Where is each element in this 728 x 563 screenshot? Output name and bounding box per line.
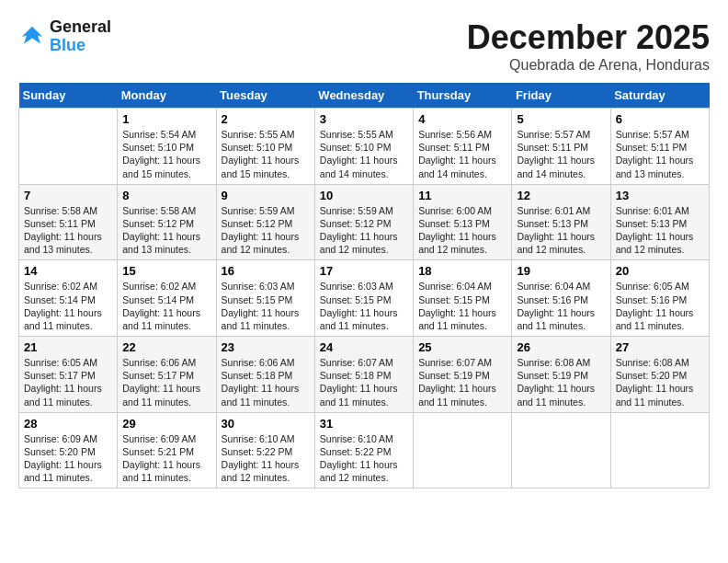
calendar-cell: 7Sunrise: 5:58 AM Sunset: 5:11 PM Daylig…: [19, 184, 118, 260]
day-number: 15: [122, 264, 210, 278]
calendar-cell: [610, 412, 709, 488]
calendar-cell: 5Sunrise: 5:57 AM Sunset: 5:11 PM Daylig…: [512, 109, 610, 185]
day-info: Sunrise: 6:02 AM Sunset: 5:14 PM Dayligh…: [122, 280, 210, 332]
day-info: Sunrise: 5:54 AM Sunset: 5:10 PM Dayligh…: [122, 128, 210, 180]
day-info: Sunrise: 5:55 AM Sunset: 5:10 PM Dayligh…: [320, 128, 408, 180]
day-number: 4: [418, 112, 506, 126]
weekday-header: Thursday: [414, 83, 512, 109]
day-number: 25: [418, 340, 506, 354]
calendar-table: SundayMondayTuesdayWednesdayThursdayFrid…: [18, 83, 710, 488]
logo-icon: [18, 23, 46, 51]
day-number: 27: [616, 340, 704, 354]
day-number: 10: [320, 189, 408, 202]
calendar-cell: 13Sunrise: 6:01 AM Sunset: 5:13 PM Dayli…: [610, 184, 709, 260]
day-info: Sunrise: 6:08 AM Sunset: 5:19 PM Dayligh…: [517, 356, 605, 408]
weekday-header: Monday: [118, 83, 216, 109]
weekday-header: Sunday: [19, 83, 118, 109]
day-number: 16: [222, 264, 310, 278]
day-info: Sunrise: 6:10 AM Sunset: 5:22 PM Dayligh…: [320, 432, 408, 485]
calendar-cell: 22Sunrise: 6:06 AM Sunset: 5:17 PM Dayli…: [118, 337, 216, 413]
day-info: Sunrise: 6:07 AM Sunset: 5:19 PM Dayligh…: [418, 356, 506, 408]
day-number: 9: [222, 189, 310, 202]
calendar-cell: 27Sunrise: 6:08 AM Sunset: 5:20 PM Dayli…: [610, 337, 709, 413]
day-info: Sunrise: 6:03 AM Sunset: 5:15 PM Dayligh…: [222, 280, 310, 332]
location-subtitle: Quebrada de Arena, Honduras: [467, 57, 710, 74]
day-number: 3: [320, 112, 408, 126]
day-number: 30: [222, 417, 310, 431]
day-number: 11: [418, 189, 506, 202]
calendar-cell: 31Sunrise: 6:10 AM Sunset: 5:22 PM Dayli…: [314, 412, 413, 488]
calendar-cell: 17Sunrise: 6:03 AM Sunset: 5:15 PM Dayli…: [314, 260, 413, 337]
day-number: 8: [122, 189, 210, 202]
logo: General Blue: [18, 18, 111, 55]
day-info: Sunrise: 6:04 AM Sunset: 5:16 PM Dayligh…: [517, 280, 605, 332]
day-number: 29: [122, 417, 210, 431]
day-number: 5: [517, 112, 605, 126]
calendar-cell: 21Sunrise: 6:05 AM Sunset: 5:17 PM Dayli…: [19, 337, 118, 413]
weekday-header: Wednesday: [314, 83, 413, 109]
day-info: Sunrise: 5:58 AM Sunset: 5:11 PM Dayligh…: [24, 204, 112, 257]
calendar-cell: [512, 412, 610, 488]
calendar-cell: 20Sunrise: 6:05 AM Sunset: 5:16 PM Dayli…: [610, 260, 709, 337]
day-number: 7: [24, 189, 112, 202]
calendar-cell: 11Sunrise: 6:00 AM Sunset: 5:13 PM Dayli…: [414, 184, 512, 260]
calendar-week-row: 28Sunrise: 6:09 AM Sunset: 5:20 PM Dayli…: [19, 412, 710, 488]
calendar-cell: 16Sunrise: 6:03 AM Sunset: 5:15 PM Dayli…: [216, 260, 314, 337]
calendar-cell: 23Sunrise: 6:06 AM Sunset: 5:18 PM Dayli…: [216, 337, 314, 413]
day-info: Sunrise: 6:09 AM Sunset: 5:21 PM Dayligh…: [122, 432, 210, 485]
calendar-cell: 12Sunrise: 6:01 AM Sunset: 5:13 PM Dayli…: [512, 184, 610, 260]
calendar-cell: 30Sunrise: 6:10 AM Sunset: 5:22 PM Dayli…: [216, 412, 314, 488]
day-info: Sunrise: 5:59 AM Sunset: 5:12 PM Dayligh…: [222, 204, 310, 257]
calendar-cell: 4Sunrise: 5:56 AM Sunset: 5:11 PM Daylig…: [414, 109, 512, 185]
day-info: Sunrise: 6:06 AM Sunset: 5:18 PM Dayligh…: [222, 356, 310, 408]
calendar-cell: 18Sunrise: 6:04 AM Sunset: 5:15 PM Dayli…: [414, 260, 512, 337]
calendar-week-row: 21Sunrise: 6:05 AM Sunset: 5:17 PM Dayli…: [19, 337, 710, 413]
day-info: Sunrise: 5:57 AM Sunset: 5:11 PM Dayligh…: [517, 128, 605, 180]
calendar-cell: 8Sunrise: 5:58 AM Sunset: 5:12 PM Daylig…: [118, 184, 216, 260]
calendar-cell: 10Sunrise: 5:59 AM Sunset: 5:12 PM Dayli…: [314, 184, 413, 260]
calendar-cell: 9Sunrise: 5:59 AM Sunset: 5:12 PM Daylig…: [216, 184, 314, 260]
calendar-cell: 24Sunrise: 6:07 AM Sunset: 5:18 PM Dayli…: [314, 337, 413, 413]
day-info: Sunrise: 6:00 AM Sunset: 5:13 PM Dayligh…: [418, 204, 506, 257]
day-info: Sunrise: 5:55 AM Sunset: 5:10 PM Dayligh…: [222, 128, 310, 180]
calendar-cell: 14Sunrise: 6:02 AM Sunset: 5:14 PM Dayli…: [19, 260, 118, 337]
day-number: 24: [320, 340, 408, 354]
day-number: 2: [222, 112, 310, 126]
calendar-cell: 25Sunrise: 6:07 AM Sunset: 5:19 PM Dayli…: [414, 337, 512, 413]
calendar-cell: 28Sunrise: 6:09 AM Sunset: 5:20 PM Dayli…: [19, 412, 118, 488]
calendar-cell: [19, 109, 118, 185]
calendar-cell: [414, 412, 512, 488]
day-number: 22: [122, 340, 210, 354]
calendar-cell: 19Sunrise: 6:04 AM Sunset: 5:16 PM Dayli…: [512, 260, 610, 337]
day-info: Sunrise: 6:09 AM Sunset: 5:20 PM Dayligh…: [24, 432, 112, 485]
day-info: Sunrise: 5:56 AM Sunset: 5:11 PM Dayligh…: [418, 128, 506, 180]
day-number: 21: [24, 340, 112, 354]
day-info: Sunrise: 6:08 AM Sunset: 5:20 PM Dayligh…: [616, 356, 704, 408]
svg-marker-0: [22, 27, 43, 44]
calendar-week-row: 7Sunrise: 5:58 AM Sunset: 5:11 PM Daylig…: [19, 184, 710, 260]
day-number: 14: [24, 264, 112, 278]
day-info: Sunrise: 6:03 AM Sunset: 5:15 PM Dayligh…: [320, 280, 408, 332]
calendar-cell: 29Sunrise: 6:09 AM Sunset: 5:21 PM Dayli…: [118, 412, 216, 488]
day-number: 28: [24, 417, 112, 431]
calendar-cell: 26Sunrise: 6:08 AM Sunset: 5:19 PM Dayli…: [512, 337, 610, 413]
day-info: Sunrise: 6:07 AM Sunset: 5:18 PM Dayligh…: [320, 356, 408, 408]
calendar-week-row: 1Sunrise: 5:54 AM Sunset: 5:10 PM Daylig…: [19, 109, 710, 185]
day-number: 31: [320, 417, 408, 431]
day-number: 26: [517, 340, 605, 354]
page-header: General Blue December 2025 Quebrada de A…: [18, 18, 710, 74]
day-number: 1: [122, 112, 210, 126]
day-info: Sunrise: 6:05 AM Sunset: 5:16 PM Dayligh…: [616, 280, 704, 332]
weekday-header: Friday: [512, 83, 610, 109]
day-info: Sunrise: 6:02 AM Sunset: 5:14 PM Dayligh…: [24, 280, 112, 332]
calendar-cell: 6Sunrise: 5:57 AM Sunset: 5:11 PM Daylig…: [610, 109, 709, 185]
weekday-header-row: SundayMondayTuesdayWednesdayThursdayFrid…: [19, 83, 710, 109]
day-number: 13: [616, 189, 704, 202]
day-info: Sunrise: 6:01 AM Sunset: 5:13 PM Dayligh…: [616, 204, 704, 257]
calendar-cell: 2Sunrise: 5:55 AM Sunset: 5:10 PM Daylig…: [216, 109, 314, 185]
month-title: December 2025: [467, 18, 710, 57]
calendar-cell: 1Sunrise: 5:54 AM Sunset: 5:10 PM Daylig…: [118, 109, 216, 185]
day-info: Sunrise: 6:06 AM Sunset: 5:17 PM Dayligh…: [122, 356, 210, 408]
day-number: 23: [222, 340, 310, 354]
day-number: 19: [517, 264, 605, 278]
